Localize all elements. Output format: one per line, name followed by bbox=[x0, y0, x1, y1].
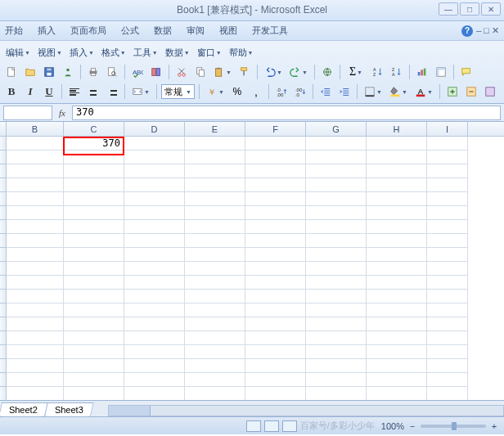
tab-home[interactable]: 开始 bbox=[5, 25, 23, 37]
insert-cells-icon[interactable] bbox=[444, 83, 461, 100]
tab-view[interactable]: 视图 bbox=[219, 25, 237, 37]
col-header-F[interactable]: F bbox=[245, 122, 306, 136]
cell[interactable] bbox=[185, 345, 245, 359]
cell[interactable] bbox=[306, 248, 367, 262]
cell[interactable] bbox=[245, 345, 306, 359]
cell[interactable] bbox=[245, 248, 306, 262]
cell[interactable] bbox=[306, 234, 367, 248]
decimal-dec-icon[interactable]: .00.0 bbox=[292, 83, 308, 100]
cell[interactable] bbox=[185, 220, 245, 234]
cell[interactable] bbox=[64, 359, 124, 373]
cell[interactable]: 370 bbox=[64, 137, 124, 151]
cell[interactable] bbox=[64, 331, 124, 345]
cell[interactable] bbox=[306, 317, 367, 331]
cell[interactable] bbox=[427, 331, 468, 345]
cell[interactable] bbox=[7, 137, 64, 151]
cell[interactable] bbox=[427, 137, 468, 151]
cell[interactable] bbox=[124, 137, 185, 151]
tab-pagelayout[interactable]: 页面布局 bbox=[70, 25, 106, 37]
cell[interactable] bbox=[185, 359, 245, 373]
cell[interactable] bbox=[245, 262, 306, 276]
bold-button[interactable]: B bbox=[3, 83, 20, 100]
cell[interactable] bbox=[64, 262, 124, 276]
cell[interactable] bbox=[245, 331, 306, 345]
cell[interactable] bbox=[245, 276, 306, 290]
spell-icon[interactable]: ABC bbox=[129, 64, 146, 80]
delete-cells-icon[interactable] bbox=[463, 83, 479, 100]
cell[interactable] bbox=[7, 164, 64, 178]
italic-button[interactable]: I bbox=[22, 83, 38, 100]
help-icon[interactable]: ? bbox=[461, 25, 473, 37]
cell[interactable] bbox=[367, 317, 427, 331]
cell[interactable] bbox=[367, 206, 427, 220]
cell[interactable] bbox=[124, 192, 185, 206]
cell[interactable] bbox=[124, 331, 185, 345]
cell[interactable] bbox=[185, 290, 245, 303]
cell[interactable] bbox=[427, 192, 468, 206]
cell[interactable] bbox=[124, 262, 185, 276]
percent-icon[interactable]: % bbox=[229, 83, 245, 100]
cell[interactable] bbox=[7, 345, 64, 359]
hyperlink-icon[interactable] bbox=[319, 64, 335, 80]
cell[interactable] bbox=[185, 373, 245, 387]
cell[interactable] bbox=[306, 303, 367, 317]
number-format-combo[interactable]: 常规▼ bbox=[161, 84, 195, 99]
cell[interactable] bbox=[367, 276, 427, 290]
cell[interactable] bbox=[124, 248, 185, 262]
cell[interactable] bbox=[7, 262, 64, 276]
menu-format[interactable]: 格式▼ bbox=[99, 47, 128, 59]
cell[interactable] bbox=[245, 290, 306, 303]
preview-icon[interactable] bbox=[104, 64, 120, 80]
col-header-I[interactable]: I bbox=[427, 122, 468, 136]
cell[interactable] bbox=[64, 345, 124, 359]
cell[interactable] bbox=[367, 164, 427, 178]
view-pagelayout-icon[interactable] bbox=[264, 420, 279, 432]
cell[interactable] bbox=[427, 234, 468, 248]
cell[interactable] bbox=[306, 164, 367, 178]
cell[interactable] bbox=[306, 276, 367, 290]
cell[interactable] bbox=[64, 234, 124, 248]
cell[interactable] bbox=[7, 178, 64, 192]
cell[interactable] bbox=[245, 317, 306, 331]
cell[interactable] bbox=[185, 317, 245, 331]
comma-icon[interactable]: , bbox=[248, 83, 264, 100]
paste-icon[interactable]: ▼ bbox=[211, 64, 234, 80]
minimize-button[interactable]: — bbox=[439, 2, 458, 16]
undo-icon[interactable]: ▼ bbox=[262, 64, 285, 80]
cell[interactable] bbox=[185, 331, 245, 345]
cell[interactable] bbox=[64, 192, 124, 206]
close-button[interactable]: ✕ bbox=[481, 2, 501, 16]
research-icon[interactable] bbox=[148, 64, 164, 80]
borders-icon[interactable]: ▼ bbox=[362, 83, 385, 100]
cell[interactable] bbox=[306, 178, 367, 192]
cell[interactable] bbox=[367, 151, 427, 164]
horizontal-scrollbar[interactable] bbox=[108, 405, 504, 416]
view-normal-icon[interactable] bbox=[246, 420, 261, 432]
cell[interactable] bbox=[427, 178, 468, 192]
cell[interactable] bbox=[7, 373, 64, 387]
cell[interactable] bbox=[427, 164, 468, 178]
cell[interactable] bbox=[7, 359, 64, 373]
comments-icon[interactable] bbox=[458, 64, 475, 80]
indent-dec-icon[interactable] bbox=[317, 83, 334, 100]
cell[interactable] bbox=[367, 373, 427, 387]
format-cells-icon[interactable] bbox=[482, 83, 498, 100]
cell[interactable] bbox=[185, 234, 245, 248]
cell[interactable] bbox=[64, 178, 124, 192]
cell[interactable] bbox=[185, 137, 245, 151]
cell[interactable] bbox=[185, 303, 245, 317]
cell[interactable] bbox=[7, 151, 64, 164]
open-icon[interactable] bbox=[22, 64, 38, 80]
cell[interactable] bbox=[7, 317, 64, 331]
tab-review[interactable]: 审阅 bbox=[187, 25, 205, 37]
cell[interactable] bbox=[245, 164, 306, 178]
cell[interactable] bbox=[306, 290, 367, 303]
cell[interactable] bbox=[245, 220, 306, 234]
cell[interactable] bbox=[245, 206, 306, 220]
autosum-icon[interactable]: Σ▼ bbox=[344, 64, 367, 80]
underline-button[interactable]: U bbox=[41, 83, 57, 100]
cell[interactable] bbox=[306, 220, 367, 234]
cell[interactable] bbox=[306, 359, 367, 373]
cell[interactable] bbox=[245, 373, 306, 387]
cell[interactable] bbox=[245, 178, 306, 192]
